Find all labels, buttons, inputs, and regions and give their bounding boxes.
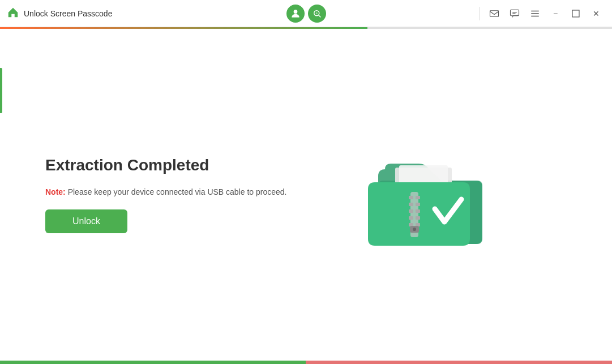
- maximize-button[interactable]: [567, 5, 585, 23]
- note-paragraph: Note: Please keep your device connected …: [45, 186, 328, 198]
- page-title: Extraction Completed: [45, 156, 328, 174]
- svg-rect-10: [572, 10, 579, 17]
- note-body: Please keep your device connected via US…: [68, 187, 287, 196]
- close-button[interactable]: ✕: [587, 5, 605, 23]
- svg-rect-18: [416, 203, 420, 206]
- title-bar-center-icons: [286, 5, 326, 23]
- search-icon-btn[interactable]: [308, 5, 326, 23]
- svg-rect-19: [409, 209, 413, 213]
- main-content: Extraction Completed Note: Please keep y…: [0, 29, 612, 361]
- svg-rect-3: [490, 10, 499, 16]
- left-section: Extraction Completed Note: Please keep y…: [45, 156, 328, 233]
- note-label: Note:: [45, 187, 66, 196]
- minimize-button[interactable]: −: [546, 5, 564, 23]
- title-bar-right: − ✕: [476, 5, 605, 23]
- svg-rect-21: [409, 216, 413, 220]
- title-bar: Unlock Screen Passcode: [0, 0, 612, 27]
- folder-illustration: [351, 138, 487, 251]
- menu-icon-btn[interactable]: [526, 5, 544, 23]
- right-section: [328, 138, 510, 251]
- svg-rect-15: [409, 196, 413, 199]
- svg-rect-16: [416, 196, 420, 199]
- svg-rect-17: [409, 203, 413, 206]
- separator: [479, 7, 480, 20]
- avatar-icon[interactable]: [286, 5, 305, 23]
- home-icon[interactable]: [7, 6, 19, 21]
- title-bar-left: Unlock Screen Passcode: [7, 6, 476, 21]
- svg-rect-4: [511, 10, 519, 16]
- svg-rect-20: [416, 209, 420, 213]
- chat-icon-btn[interactable]: [506, 5, 524, 23]
- svg-point-0: [293, 10, 297, 14]
- svg-point-2: [315, 12, 317, 14]
- svg-point-26: [413, 228, 416, 231]
- mail-icon-btn[interactable]: [485, 5, 503, 23]
- app-title: Unlock Screen Passcode: [24, 9, 112, 18]
- bottom-bar: [0, 361, 612, 364]
- svg-rect-22: [416, 216, 420, 220]
- unlock-button[interactable]: Unlock: [45, 209, 127, 233]
